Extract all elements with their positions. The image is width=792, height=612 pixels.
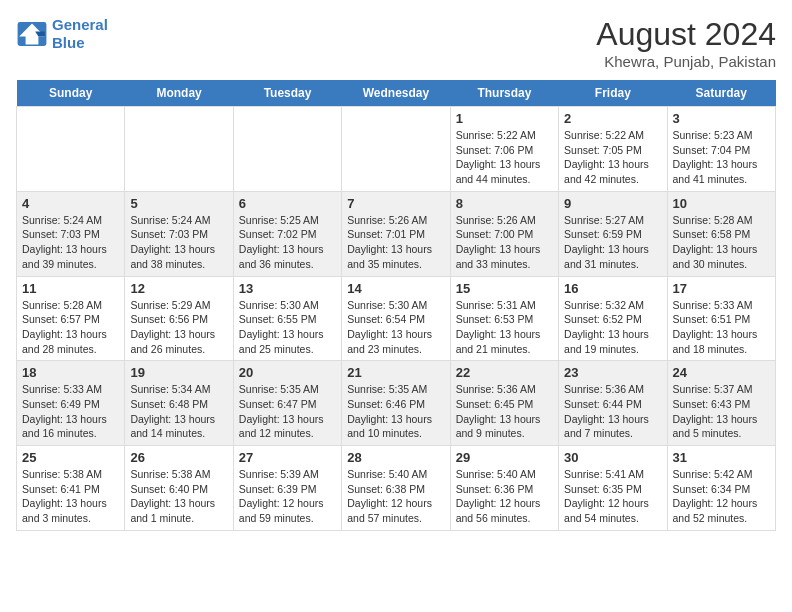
day-number: 2 [564, 111, 661, 126]
calendar-cell: 10Sunrise: 5:28 AM Sunset: 6:58 PM Dayli… [667, 191, 775, 276]
day-info: Sunrise: 5:30 AM Sunset: 6:55 PM Dayligh… [239, 298, 336, 357]
calendar-cell: 6Sunrise: 5:25 AM Sunset: 7:02 PM Daylig… [233, 191, 341, 276]
day-number: 6 [239, 196, 336, 211]
calendar-cell: 1Sunrise: 5:22 AM Sunset: 7:06 PM Daylig… [450, 107, 558, 192]
day-number: 22 [456, 365, 553, 380]
calendar-week-row: 18Sunrise: 5:33 AM Sunset: 6:49 PM Dayli… [17, 361, 776, 446]
day-info: Sunrise: 5:35 AM Sunset: 6:46 PM Dayligh… [347, 382, 444, 441]
calendar-cell: 11Sunrise: 5:28 AM Sunset: 6:57 PM Dayli… [17, 276, 125, 361]
day-number: 24 [673, 365, 770, 380]
logo-line2: Blue [52, 34, 108, 52]
calendar-week-row: 25Sunrise: 5:38 AM Sunset: 6:41 PM Dayli… [17, 446, 776, 531]
calendar-cell: 16Sunrise: 5:32 AM Sunset: 6:52 PM Dayli… [559, 276, 667, 361]
calendar-header-row: Sunday Monday Tuesday Wednesday Thursday… [17, 80, 776, 107]
calendar-cell: 25Sunrise: 5:38 AM Sunset: 6:41 PM Dayli… [17, 446, 125, 531]
day-info: Sunrise: 5:22 AM Sunset: 7:06 PM Dayligh… [456, 128, 553, 187]
day-info: Sunrise: 5:38 AM Sunset: 6:41 PM Dayligh… [22, 467, 119, 526]
day-info: Sunrise: 5:36 AM Sunset: 6:44 PM Dayligh… [564, 382, 661, 441]
col-tuesday: Tuesday [233, 80, 341, 107]
day-info: Sunrise: 5:40 AM Sunset: 6:38 PM Dayligh… [347, 467, 444, 526]
day-info: Sunrise: 5:26 AM Sunset: 7:00 PM Dayligh… [456, 213, 553, 272]
calendar-cell: 31Sunrise: 5:42 AM Sunset: 6:34 PM Dayli… [667, 446, 775, 531]
day-info: Sunrise: 5:24 AM Sunset: 7:03 PM Dayligh… [130, 213, 227, 272]
calendar-cell: 19Sunrise: 5:34 AM Sunset: 6:48 PM Dayli… [125, 361, 233, 446]
day-info: Sunrise: 5:36 AM Sunset: 6:45 PM Dayligh… [456, 382, 553, 441]
day-number: 9 [564, 196, 661, 211]
day-number: 12 [130, 281, 227, 296]
day-info: Sunrise: 5:22 AM Sunset: 7:05 PM Dayligh… [564, 128, 661, 187]
calendar-cell: 28Sunrise: 5:40 AM Sunset: 6:38 PM Dayli… [342, 446, 450, 531]
calendar-cell: 17Sunrise: 5:33 AM Sunset: 6:51 PM Dayli… [667, 276, 775, 361]
calendar-cell: 12Sunrise: 5:29 AM Sunset: 6:56 PM Dayli… [125, 276, 233, 361]
day-number: 28 [347, 450, 444, 465]
day-number: 16 [564, 281, 661, 296]
day-number: 7 [347, 196, 444, 211]
calendar-week-row: 11Sunrise: 5:28 AM Sunset: 6:57 PM Dayli… [17, 276, 776, 361]
day-info: Sunrise: 5:33 AM Sunset: 6:49 PM Dayligh… [22, 382, 119, 441]
day-info: Sunrise: 5:30 AM Sunset: 6:54 PM Dayligh… [347, 298, 444, 357]
day-info: Sunrise: 5:35 AM Sunset: 6:47 PM Dayligh… [239, 382, 336, 441]
page-header: General Blue August 2024 Khewra, Punjab,… [16, 16, 776, 70]
day-number: 29 [456, 450, 553, 465]
calendar-cell: 29Sunrise: 5:40 AM Sunset: 6:36 PM Dayli… [450, 446, 558, 531]
day-number: 10 [673, 196, 770, 211]
day-number: 26 [130, 450, 227, 465]
day-number: 18 [22, 365, 119, 380]
calendar-cell: 8Sunrise: 5:26 AM Sunset: 7:00 PM Daylig… [450, 191, 558, 276]
day-number: 21 [347, 365, 444, 380]
subtitle: Khewra, Punjab, Pakistan [596, 53, 776, 70]
day-info: Sunrise: 5:42 AM Sunset: 6:34 PM Dayligh… [673, 467, 770, 526]
day-number: 8 [456, 196, 553, 211]
title-block: August 2024 Khewra, Punjab, Pakistan [596, 16, 776, 70]
calendar-cell [342, 107, 450, 192]
day-info: Sunrise: 5:28 AM Sunset: 6:58 PM Dayligh… [673, 213, 770, 272]
calendar-cell: 20Sunrise: 5:35 AM Sunset: 6:47 PM Dayli… [233, 361, 341, 446]
calendar-cell: 23Sunrise: 5:36 AM Sunset: 6:44 PM Dayli… [559, 361, 667, 446]
day-number: 1 [456, 111, 553, 126]
day-number: 17 [673, 281, 770, 296]
calendar-cell [17, 107, 125, 192]
col-wednesday: Wednesday [342, 80, 450, 107]
logo-line1: General [52, 16, 108, 34]
logo-text: General Blue [52, 16, 108, 52]
col-friday: Friday [559, 80, 667, 107]
day-info: Sunrise: 5:23 AM Sunset: 7:04 PM Dayligh… [673, 128, 770, 187]
calendar-cell: 13Sunrise: 5:30 AM Sunset: 6:55 PM Dayli… [233, 276, 341, 361]
calendar-cell: 15Sunrise: 5:31 AM Sunset: 6:53 PM Dayli… [450, 276, 558, 361]
col-thursday: Thursday [450, 80, 558, 107]
col-saturday: Saturday [667, 80, 775, 107]
main-title: August 2024 [596, 16, 776, 53]
day-info: Sunrise: 5:28 AM Sunset: 6:57 PM Dayligh… [22, 298, 119, 357]
calendar-cell: 30Sunrise: 5:41 AM Sunset: 6:35 PM Dayli… [559, 446, 667, 531]
day-number: 4 [22, 196, 119, 211]
day-number: 20 [239, 365, 336, 380]
day-number: 14 [347, 281, 444, 296]
calendar-week-row: 4Sunrise: 5:24 AM Sunset: 7:03 PM Daylig… [17, 191, 776, 276]
day-number: 13 [239, 281, 336, 296]
calendar-week-row: 1Sunrise: 5:22 AM Sunset: 7:06 PM Daylig… [17, 107, 776, 192]
calendar-cell: 27Sunrise: 5:39 AM Sunset: 6:39 PM Dayli… [233, 446, 341, 531]
day-info: Sunrise: 5:24 AM Sunset: 7:03 PM Dayligh… [22, 213, 119, 272]
calendar-cell: 14Sunrise: 5:30 AM Sunset: 6:54 PM Dayli… [342, 276, 450, 361]
day-number: 27 [239, 450, 336, 465]
calendar-cell: 21Sunrise: 5:35 AM Sunset: 6:46 PM Dayli… [342, 361, 450, 446]
calendar-cell: 24Sunrise: 5:37 AM Sunset: 6:43 PM Dayli… [667, 361, 775, 446]
day-info: Sunrise: 5:37 AM Sunset: 6:43 PM Dayligh… [673, 382, 770, 441]
calendar-cell: 4Sunrise: 5:24 AM Sunset: 7:03 PM Daylig… [17, 191, 125, 276]
day-number: 15 [456, 281, 553, 296]
day-info: Sunrise: 5:34 AM Sunset: 6:48 PM Dayligh… [130, 382, 227, 441]
day-info: Sunrise: 5:26 AM Sunset: 7:01 PM Dayligh… [347, 213, 444, 272]
calendar-cell: 22Sunrise: 5:36 AM Sunset: 6:45 PM Dayli… [450, 361, 558, 446]
calendar-cell: 5Sunrise: 5:24 AM Sunset: 7:03 PM Daylig… [125, 191, 233, 276]
col-sunday: Sunday [17, 80, 125, 107]
day-info: Sunrise: 5:31 AM Sunset: 6:53 PM Dayligh… [456, 298, 553, 357]
calendar-cell [233, 107, 341, 192]
day-number: 5 [130, 196, 227, 211]
day-info: Sunrise: 5:41 AM Sunset: 6:35 PM Dayligh… [564, 467, 661, 526]
logo: General Blue [16, 16, 108, 52]
calendar-cell: 3Sunrise: 5:23 AM Sunset: 7:04 PM Daylig… [667, 107, 775, 192]
day-info: Sunrise: 5:33 AM Sunset: 6:51 PM Dayligh… [673, 298, 770, 357]
day-info: Sunrise: 5:38 AM Sunset: 6:40 PM Dayligh… [130, 467, 227, 526]
calendar-cell: 26Sunrise: 5:38 AM Sunset: 6:40 PM Dayli… [125, 446, 233, 531]
day-number: 25 [22, 450, 119, 465]
